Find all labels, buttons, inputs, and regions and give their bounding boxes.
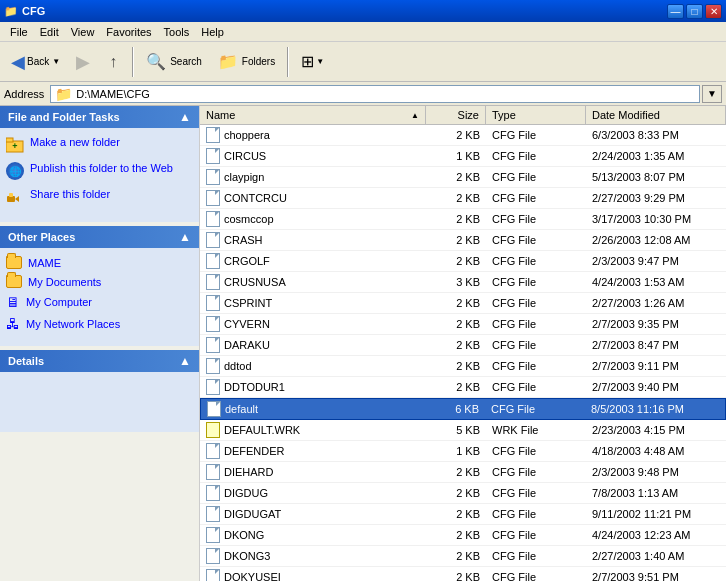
file-type-cell: CFG File — [486, 293, 586, 313]
view-dropdown-icon[interactable]: ▼ — [316, 57, 324, 66]
other-places-collapse-icon: ▲ — [179, 230, 191, 244]
menu-help[interactable]: Help — [195, 24, 230, 40]
menu-tools[interactable]: Tools — [158, 24, 196, 40]
forward-arrow-icon: ▶ — [76, 51, 90, 73]
file-type: CFG File — [492, 550, 536, 562]
file-size-cell: 2 KB — [426, 377, 486, 397]
col-name[interactable]: Name ▲ — [200, 106, 426, 124]
table-row[interactable]: DKONG 2 KB CFG File 4/24/2003 12:23 AM — [200, 525, 726, 546]
file-name: CONTCRCU — [224, 192, 287, 204]
file-name-cell: cosmccop — [200, 209, 426, 229]
menu-favorites[interactable]: Favorites — [100, 24, 157, 40]
file-type: CFG File — [492, 529, 536, 541]
details-title: Details — [8, 355, 44, 367]
table-row[interactable]: CONTCRCU 2 KB CFG File 2/27/2003 9:29 PM — [200, 188, 726, 209]
file-size: 1 KB — [456, 445, 480, 457]
other-places-content: MAME My Documents 🖥 My Computer 🖧 My Net… — [0, 248, 199, 346]
file-name: DDTODUR1 — [224, 381, 285, 393]
file-size: 2 KB — [456, 213, 480, 225]
table-row[interactable]: CSPRINT 2 KB CFG File 2/27/2003 1:26 AM — [200, 293, 726, 314]
file-name-cell: DEFENDER — [200, 441, 426, 461]
table-row[interactable]: CIRCUS 1 KB CFG File 2/24/2003 1:35 AM — [200, 146, 726, 167]
table-row[interactable]: DARAKU 2 KB CFG File 2/7/2003 8:47 PM — [200, 335, 726, 356]
share-link[interactable]: Share this folder — [6, 188, 193, 206]
address-dropdown-icon[interactable]: ▼ — [702, 85, 722, 103]
folders-button[interactable]: 📁 Folders — [211, 45, 282, 79]
file-date: 2/3/2003 9:47 PM — [592, 255, 679, 267]
file-name-cell: DEFAULT.WRK — [200, 420, 426, 440]
menu-view[interactable]: View — [65, 24, 101, 40]
forward-button[interactable]: ▶ — [69, 45, 97, 79]
close-button[interactable]: ✕ — [705, 4, 722, 19]
my-computer-icon: 🖥 — [6, 294, 20, 310]
cfg-file-icon — [206, 127, 220, 143]
file-list: Name ▲ Size Type Date Modified choppera … — [200, 106, 726, 581]
maximize-button[interactable]: □ — [686, 4, 703, 19]
file-date-cell: 4/24/2003 1:53 AM — [586, 272, 726, 292]
back-label: Back — [27, 56, 49, 67]
table-row[interactable]: DEFAULT.WRK 5 KB WRK File 2/23/2003 4:15… — [200, 420, 726, 441]
table-row[interactable]: DEFENDER 1 KB CFG File 4/18/2003 4:48 AM — [200, 441, 726, 462]
back-button[interactable]: ◀ Back ▼ — [4, 45, 67, 79]
file-type: CFG File — [492, 466, 536, 478]
file-name-cell: DIEHARD — [200, 462, 426, 482]
publish-link[interactable]: 🌐 Publish this folder to the Web — [6, 162, 193, 180]
file-name: DKONG — [224, 529, 264, 541]
my-documents-link[interactable]: My Documents — [6, 275, 193, 288]
table-row[interactable]: DKONG3 2 KB CFG File 2/27/2003 1:40 AM — [200, 546, 726, 567]
file-type: CFG File — [492, 129, 536, 141]
file-date: 2/26/2003 12:08 AM — [592, 234, 690, 246]
view-button[interactable]: ⊞ ▼ — [294, 45, 331, 79]
table-row[interactable]: CRASH 2 KB CFG File 2/26/2003 12:08 AM — [200, 230, 726, 251]
up-button[interactable]: ↑ — [99, 45, 127, 79]
details-collapse-icon: ▲ — [179, 354, 191, 368]
file-name: DEFAULT.WRK — [224, 424, 300, 436]
file-name-cell: CRGOLF — [200, 251, 426, 271]
table-row[interactable]: DOKYUSEI 2 KB CFG File 2/7/2003 9:51 PM — [200, 567, 726, 581]
my-computer-label: My Computer — [26, 296, 92, 308]
file-type-cell: WRK File — [486, 420, 586, 440]
col-date[interactable]: Date Modified — [586, 106, 726, 124]
file-tasks-header[interactable]: File and Folder Tasks ▲ — [0, 106, 199, 128]
address-value: D:\MAME\CFG — [76, 88, 695, 100]
file-date-cell: 2/27/2003 1:40 AM — [586, 546, 726, 566]
file-type: CFG File — [492, 318, 536, 330]
menu-edit[interactable]: Edit — [34, 24, 65, 40]
table-row[interactable]: ddtod 2 KB CFG File 2/7/2003 9:11 PM — [200, 356, 726, 377]
details-header[interactable]: Details ▲ — [0, 350, 199, 372]
address-field[interactable]: 📁 D:\MAME\CFG — [50, 85, 700, 103]
back-dropdown-icon[interactable]: ▼ — [52, 57, 60, 66]
file-date: 7/8/2003 1:13 AM — [592, 487, 678, 499]
mame-link[interactable]: MAME — [6, 256, 193, 269]
cfg-file-icon — [206, 316, 220, 332]
file-size-cell: 2 KB — [426, 251, 486, 271]
minimize-button[interactable]: — — [667, 4, 684, 19]
file-date-cell: 9/11/2002 11:21 PM — [586, 504, 726, 524]
table-row[interactable]: claypign 2 KB CFG File 5/13/2003 8:07 PM — [200, 167, 726, 188]
table-row[interactable]: DIGDUG 2 KB CFG File 7/8/2003 1:13 AM — [200, 483, 726, 504]
table-row[interactable]: DIEHARD 2 KB CFG File 2/3/2003 9:48 PM — [200, 462, 726, 483]
table-row[interactable]: CRGOLF 2 KB CFG File 2/3/2003 9:47 PM — [200, 251, 726, 272]
table-row[interactable]: DIGDUGAT 2 KB CFG File 9/11/2002 11:21 P… — [200, 504, 726, 525]
share-label: Share this folder — [30, 188, 110, 200]
table-row[interactable]: CYVERN 2 KB CFG File 2/7/2003 9:35 PM — [200, 314, 726, 335]
file-list-header: Name ▲ Size Type Date Modified — [200, 106, 726, 125]
cfg-file-icon — [206, 253, 220, 269]
table-row[interactable]: DDTODUR1 2 KB CFG File 2/7/2003 9:40 PM — [200, 377, 726, 398]
my-computer-link[interactable]: 🖥 My Computer — [6, 294, 193, 310]
file-name: cosmccop — [224, 213, 274, 225]
file-type-cell: CFG File — [486, 251, 586, 271]
file-size: 1 KB — [456, 150, 480, 162]
my-network-link[interactable]: 🖧 My Network Places — [6, 316, 193, 332]
other-places-header[interactable]: Other Places ▲ — [0, 226, 199, 248]
table-row[interactable]: cosmccop 2 KB CFG File 3/17/2003 10:30 P… — [200, 209, 726, 230]
col-size[interactable]: Size — [426, 106, 486, 124]
col-type[interactable]: Type — [486, 106, 586, 124]
file-rows: choppera 2 KB CFG File 6/3/2003 8:33 PM … — [200, 125, 726, 581]
table-row[interactable]: CRUSNUSA 3 KB CFG File 4/24/2003 1:53 AM — [200, 272, 726, 293]
search-button[interactable]: 🔍 Search — [139, 45, 209, 79]
new-folder-link[interactable]: + Make a new folder — [6, 136, 193, 154]
menu-file[interactable]: File — [4, 24, 34, 40]
table-row[interactable]: choppera 2 KB CFG File 6/3/2003 8:33 PM — [200, 125, 726, 146]
table-row[interactable]: default 6 KB CFG File 8/5/2003 11:16 PM — [200, 398, 726, 420]
